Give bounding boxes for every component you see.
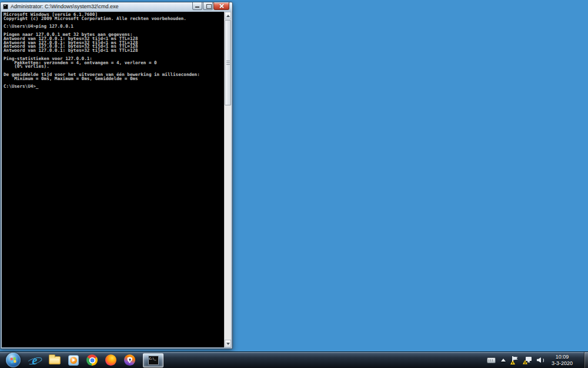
- play-icon: [70, 357, 77, 364]
- tray-clock[interactable]: 10:09 3-3-2020: [549, 354, 575, 366]
- privacy-shield-browser-icon[interactable]: [124, 354, 135, 366]
- taskbar: e C:\_: [0, 352, 588, 368]
- scroll-up-button[interactable]: [225, 12, 231, 19]
- internet-explorer-icon[interactable]: e: [28, 354, 41, 367]
- cmd-window-icon: [3, 4, 8, 9]
- close-button[interactable]: [213, 2, 229, 10]
- down-arrow-icon: [226, 343, 230, 345]
- window-titlebar[interactable]: Administrator: C:\Windows\system32\cmd.e…: [1, 2, 232, 11]
- console-scrollbar[interactable]: [224, 12, 231, 347]
- windows-flag-icon: [9, 356, 17, 364]
- windows-explorer-icon[interactable]: [49, 356, 61, 364]
- warning-triangle-icon: [510, 360, 515, 364]
- media-player-icon[interactable]: [68, 355, 79, 366]
- keyboard-icon[interactable]: [487, 357, 496, 363]
- start-button[interactable]: [6, 353, 21, 367]
- scroll-down-button[interactable]: [225, 340, 231, 347]
- speaker-cone: [537, 357, 541, 363]
- action-center-flag-icon[interactable]: [511, 356, 518, 364]
- window-title: Administrator: C:\Windows\system32\cmd.e…: [11, 2, 119, 11]
- warning-triangle-icon: [523, 360, 527, 364]
- scrollbar-thumb[interactable]: [225, 20, 231, 105]
- cmd-terminal-icon: C:\_: [148, 356, 159, 365]
- monitor-stand: [527, 361, 530, 363]
- speaker-wave: [542, 358, 544, 363]
- thumb-grip-icon: [226, 61, 230, 65]
- system-tray: 10:09 3-3-2020: [487, 354, 582, 366]
- show-desktop-button[interactable]: [584, 352, 588, 368]
- clock-date: 3-3-2020: [549, 360, 575, 367]
- clock-time: 10:09: [549, 354, 575, 360]
- firefox-icon[interactable]: [105, 354, 116, 366]
- network-status-icon[interactable]: [523, 357, 532, 364]
- minimize-button[interactable]: [192, 2, 202, 10]
- taskbar-button-cmd-active[interactable]: C:\_: [143, 353, 163, 367]
- cmd-window: Administrator: C:\Windows\system32\cmd.e…: [0, 2, 233, 349]
- chrome-icon[interactable]: [86, 354, 98, 366]
- up-arrow-icon: [226, 15, 230, 17]
- window-controls: [192, 2, 232, 10]
- keyhole-icon: [129, 359, 131, 360]
- maximize-button[interactable]: [203, 2, 213, 10]
- flag-cloth: [513, 357, 518, 360]
- show-hidden-icons-arrow-icon[interactable]: [501, 359, 506, 362]
- console-text[interactable]: Microsoft Windows [versie 6.1.7600] Copy…: [2, 12, 225, 347]
- volume-icon[interactable]: [537, 357, 544, 363]
- desktop[interactable]: Administrator: C:\Windows\system32\cmd.e…: [0, 0, 588, 368]
- monitor-screen: [526, 357, 532, 361]
